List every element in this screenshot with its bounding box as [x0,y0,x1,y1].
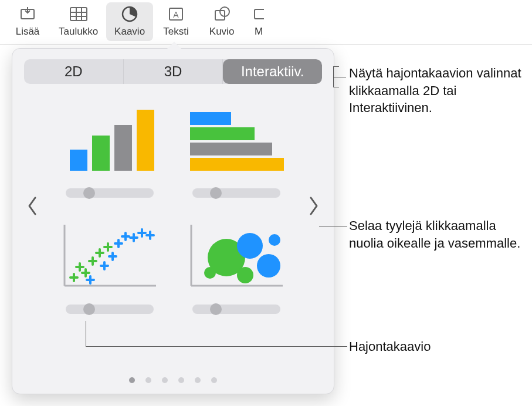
toolbar-shape-label: Kuvio [209,26,235,38]
svg-rect-15 [114,125,132,171]
toolbar-insert-label: Lisää [16,26,40,38]
chart-option-bubble[interactable] [179,214,294,314]
toolbar-shape[interactable]: Kuvio [199,2,245,41]
bar-chart-slider[interactable] [192,188,280,198]
column-chart-slider[interactable] [66,188,154,198]
svg-rect-13 [70,150,87,171]
chart-option-scatter[interactable] [52,214,167,314]
next-style-button[interactable] [306,188,322,224]
svg-rect-18 [190,127,255,140]
chart-dimension-tabs: 2D 3D Interaktiiv. [24,59,322,84]
shape-icon [211,4,232,25]
bar-chart-icon [184,98,289,180]
style-pagination[interactable] [129,377,217,383]
toolbar-text-label: Teksti [163,26,188,38]
scatter-chart-slider[interactable] [66,304,154,314]
svg-point-55 [237,233,263,259]
pager-dot-1[interactable] [129,377,135,383]
tab-2d[interactable]: 2D [24,59,124,84]
pager-dot-6[interactable] [211,377,217,383]
toolbar-media[interactable]: M [245,2,269,41]
tab-interactive[interactable]: Interaktiiv. [223,59,322,84]
chart-icon [119,4,140,25]
svg-rect-20 [190,158,284,171]
svg-text:A: A [173,10,179,19]
pager-dot-2[interactable] [145,377,151,383]
svg-point-57 [257,254,280,278]
table-icon [68,4,89,25]
prev-style-button[interactable] [24,188,40,224]
media-icon [248,4,269,25]
annotation-tabs-hint: Näytä hajontakaavion valinnat klikkaamal… [349,65,525,117]
chart-option-column[interactable] [52,98,167,198]
pager-dot-5[interactable] [195,377,201,383]
chart-option-bar[interactable] [179,98,294,198]
pager-dot-3[interactable] [162,377,168,383]
svg-point-56 [237,267,253,283]
toolbar-media-label: M [255,26,263,38]
chart-style-grid [24,98,322,314]
svg-rect-12 [255,9,264,19]
bubble-chart-slider[interactable] [192,304,280,314]
pager-dot-4[interactable] [178,377,184,383]
svg-point-58 [269,234,280,246]
svg-rect-17 [190,112,231,125]
svg-rect-16 [137,110,154,171]
toolbar-text[interactable]: A Teksti [153,2,199,41]
callout-bracket-tabs [333,66,345,87]
scatter-chart-icon [57,214,162,296]
toolbar-chart[interactable]: Kaavio [106,2,153,41]
toolbar-insert[interactable]: Lisää [5,2,50,41]
insert-icon [17,4,38,25]
toolbar-chart-label: Kaavio [114,26,145,38]
bubble-chart-icon [184,214,289,296]
callout-line-arrows [319,226,347,226]
svg-rect-2 [70,8,87,21]
annotation-scatter-label: Hajontakaavio [349,338,431,356]
annotation-arrows-hint: Selaa tyylejä klikkaamalla nuolia oikeal… [349,217,525,252]
toolbar: Lisää Taulukko Kaavio A Teksti Kuvio M [0,0,532,45]
toolbar-table[interactable]: Taulukko [50,2,106,41]
toolbar-table-label: Taulukko [59,26,98,38]
svg-rect-19 [190,143,272,155]
chart-type-popup: 2D 3D Interaktiiv. [12,48,334,394]
tab-3d[interactable]: 3D [124,59,223,84]
column-chart-icon [57,98,162,180]
svg-rect-14 [92,136,110,171]
text-icon: A [165,4,187,25]
